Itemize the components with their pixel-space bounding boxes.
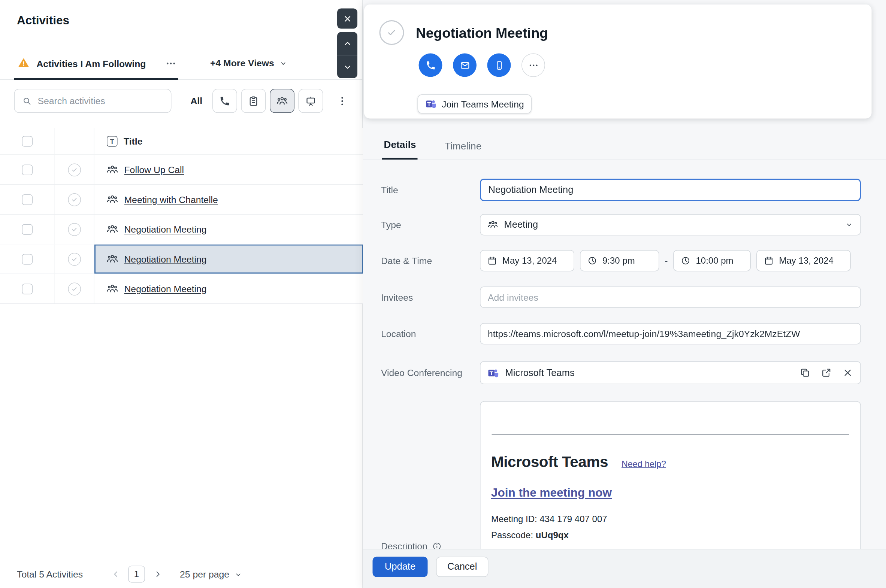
type-select[interactable]: Meeting [480,214,861,236]
select-all-checkbox[interactable] [22,136,33,147]
complete-toggle-icon[interactable] [68,252,81,266]
chevron-down-icon [279,59,287,67]
filter-presentations-button[interactable] [299,89,323,113]
text-type-icon: T [107,136,118,147]
call-button[interactable] [419,54,443,77]
open-link-button[interactable] [821,368,832,378]
filter-tasks-button[interactable] [241,89,266,113]
meeting-icon [107,283,118,294]
view-tab-following[interactable]: Activities I Am Following [37,58,146,69]
more-views-dropdown[interactable]: +4 More Views [210,58,287,69]
copy-link-button[interactable] [800,368,811,378]
complete-toggle-icon[interactable] [68,223,81,236]
end-time-button[interactable]: 10:00 pm [673,250,751,272]
next-page-button[interactable] [153,569,163,582]
activity-type-filters: All [184,89,351,113]
mark-complete-button[interactable] [380,20,404,45]
filter-meetings-button[interactable] [270,89,294,113]
activity-link[interactable]: Negotiation Meeting [125,224,207,235]
close-panel-button[interactable] [337,9,357,29]
table-row[interactable]: Follow Up Call [0,155,363,185]
filter-all-button[interactable]: All [184,89,209,113]
complete-toggle-icon[interactable] [68,193,81,206]
row-checkbox[interactable] [22,194,33,205]
check-icon [386,27,398,38]
table-row[interactable]: Negotiation Meeting [0,214,363,244]
record-nav [337,32,357,78]
end-time-value: 10:00 pm [696,256,733,266]
row-checkbox[interactable] [22,224,33,235]
start-time-button[interactable]: 9:30 pm [580,250,659,272]
invitees-field-row: Invitees [381,286,861,308]
title-field-row: Title [381,178,861,201]
page-title: Activities [17,14,69,27]
quick-actions [419,54,545,77]
activity-link[interactable]: Negotiation Meeting [125,284,207,294]
meeting-icon [107,194,118,205]
table-header-row: T Title [0,128,363,155]
row-checkbox[interactable] [22,164,33,175]
prev-record-button[interactable] [337,32,357,56]
invitees-field-label: Invitees [381,292,480,303]
prev-page-button[interactable] [111,569,121,582]
type-value: Meeting [504,219,538,230]
video-conferencing-box: Microsoft Teams [480,362,861,385]
teams-icon [426,99,437,110]
list-toolbar: All [0,89,363,114]
update-button[interactable]: Update [373,557,428,577]
start-date-button[interactable]: May 13, 2024 [480,250,574,272]
email-button[interactable] [453,54,476,77]
search-input[interactable] [38,96,164,106]
title-column-header[interactable]: Title [124,136,143,147]
close-icon [342,14,352,24]
join-meeting-link[interactable]: Join the meeting now [491,486,612,500]
more-actions-button[interactable] [521,54,545,77]
tab-details[interactable]: Details [382,139,418,160]
chevron-left-icon [111,569,121,579]
invitees-input[interactable] [480,286,861,308]
row-checkbox[interactable] [22,284,33,294]
app-canvas: Activities Activities I Am Following +4 … [0,0,886,588]
meeting-icon [107,224,118,235]
calendar-icon [764,256,774,266]
detail-tabs: Details Timeline [363,135,886,160]
next-record-button[interactable] [337,55,357,78]
filter-more-button[interactable] [334,89,351,113]
activities-table: T Title Follow Up Call Meeting with Chan… [0,128,363,304]
row-checkbox[interactable] [22,254,33,264]
tab-timeline[interactable]: Timeline [443,141,483,159]
remove-video-button[interactable] [842,368,853,378]
activity-link[interactable]: Follow Up Call [125,164,184,175]
join-teams-meeting-button[interactable]: Join Teams Meeting [418,94,532,114]
copy-icon [800,368,811,378]
location-input[interactable] [480,323,861,345]
filter-calls-button[interactable] [212,89,237,113]
table-row[interactable]: Meeting with Chantelle [0,185,363,215]
close-icon [842,368,853,378]
current-page[interactable]: 1 [128,566,145,583]
datetime-field-label: Date & Time [381,255,480,266]
complete-toggle-icon[interactable] [68,282,81,296]
location-field-row: Location [381,323,861,345]
end-date-button[interactable]: May 13, 2024 [756,250,851,272]
sms-button[interactable] [487,54,511,77]
per-page-dropdown[interactable]: 25 per page [180,569,242,580]
need-help-link[interactable]: Need help? [622,459,666,469]
title-input[interactable] [480,178,861,201]
clock-icon [681,256,691,266]
activity-link[interactable]: Meeting with Chantelle [125,194,218,205]
activities-list-panel: Activities Activities I Am Following +4 … [0,0,363,588]
table-row-selected[interactable]: Negotiation Meeting [0,244,363,274]
complete-toggle-icon[interactable] [68,163,81,176]
type-field-row: Type Meeting [381,214,861,236]
search-box[interactable] [14,89,171,113]
view-options-icon[interactable] [165,58,176,72]
cancel-button[interactable]: Cancel [436,557,488,577]
clipboard-icon [248,95,259,106]
activity-link[interactable]: Negotiation Meeting [125,254,207,264]
detail-title: Negotiation Meeting [416,25,548,41]
teams-heading: Microsoft Teams [491,453,608,471]
table-row[interactable]: Negotiation Meeting [0,274,363,304]
detail-header-card: Negotiation Meeting Join Teams Meeting [364,4,872,119]
video-conferencing-value: Microsoft Teams [505,367,575,378]
